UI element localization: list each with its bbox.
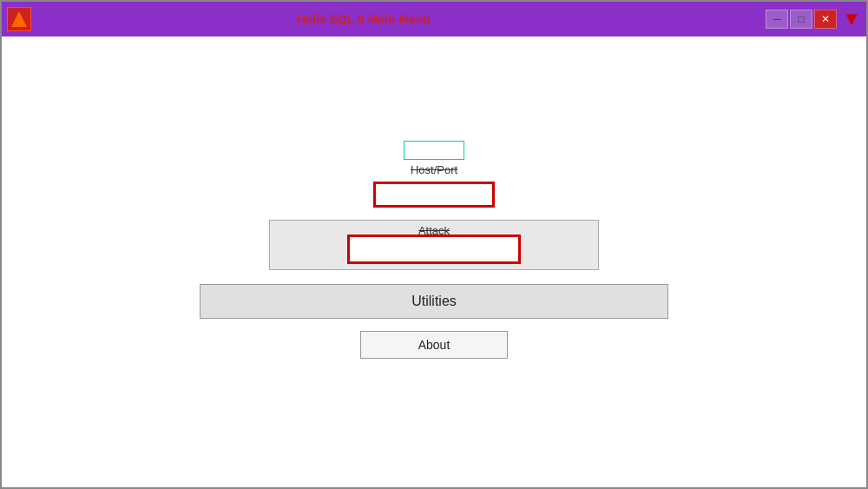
attack-label: Attack — [418, 224, 450, 237]
small-input-row — [404, 141, 464, 160]
window-title: Helix SQL 8 Main Menu — [31, 12, 696, 26]
titlebar: Helix SQL 8 Main Menu ─ □ ✕ ▼ — [2, 2, 866, 36]
about-label: About — [418, 338, 450, 352]
attack-section: Attack — [269, 220, 599, 270]
red-arrow-icon: ▼ — [842, 8, 861, 30]
host-label: Host/Port — [411, 163, 457, 176]
titlebar-left — [7, 7, 31, 31]
attack-input[interactable] — [347, 235, 521, 264]
host-input[interactable] — [373, 182, 495, 208]
main-content: Host/Port Attack Utilities About — [2, 36, 866, 487]
maximize-button[interactable]: □ — [790, 10, 812, 29]
utilities-button[interactable]: Utilities — [200, 284, 668, 319]
host-input-group: Host/Port — [373, 141, 495, 208]
about-button[interactable]: About — [360, 331, 508, 359]
attack-wrapper: Attack — [269, 220, 599, 270]
utilities-label: Utilities — [411, 294, 457, 309]
minimize-button[interactable]: ─ — [766, 10, 788, 29]
close-button[interactable]: ✕ — [814, 10, 837, 29]
app-icon — [7, 7, 31, 31]
window-controls: ─ □ ✕ ▼ — [766, 8, 861, 30]
app-icon-graphic — [11, 11, 27, 27]
main-window: Helix SQL 8 Main Menu ─ □ ✕ ▼ Host/Port … — [0, 0, 868, 489]
small-field[interactable] — [404, 141, 464, 160]
